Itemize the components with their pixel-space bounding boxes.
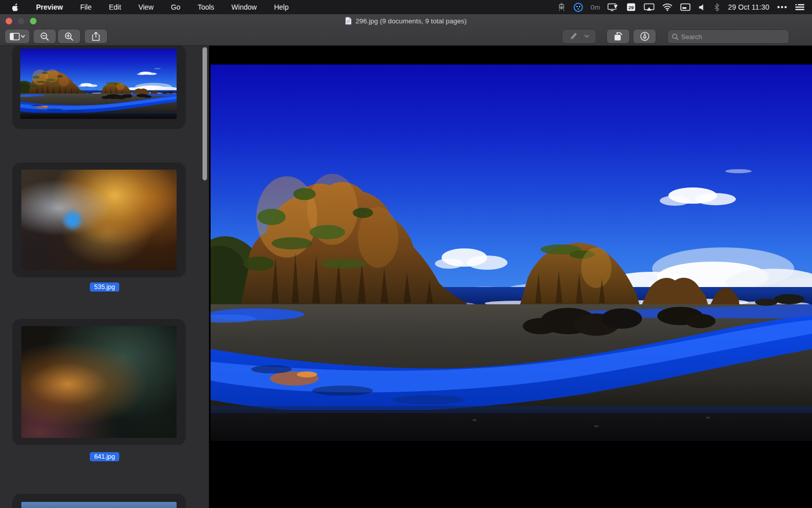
sidebar-item-partial[interactable] <box>12 494 186 508</box>
calendar-icon[interactable]: 29 <box>626 3 636 12</box>
list-icon[interactable] <box>795 4 805 11</box>
menu-bar: Preview File Edit View Go Tools Window H… <box>0 0 812 14</box>
menu-view[interactable]: View <box>139 3 154 11</box>
menu-clock[interactable]: 29 Oct 11:30 <box>728 3 769 11</box>
thumbnail-535-label[interactable]: 535.jpg <box>90 282 119 292</box>
screen-sharing-icon[interactable] <box>680 3 691 11</box>
markup-toolbar-icon <box>640 31 650 41</box>
thumbnail-296-image <box>20 49 177 119</box>
bluetooth-icon[interactable] <box>714 3 720 12</box>
menu-edit[interactable]: Edit <box>109 3 121 11</box>
timer-status[interactable]: 0m <box>591 4 600 11</box>
zoom-out-button[interactable] <box>33 29 56 43</box>
volume-icon[interactable] <box>698 4 706 11</box>
sidebar-toggle-button[interactable] <box>5 29 29 43</box>
search-icon <box>672 34 679 40</box>
thumbnail-641-label-row: 641.jpg <box>0 452 209 461</box>
tram-icon[interactable] <box>557 3 566 12</box>
thumbnail-535-label-row: 535.jpg <box>0 282 209 292</box>
sidebar-scrollbar[interactable] <box>202 47 207 180</box>
toolbar <box>0 29 812 45</box>
share-button[interactable] <box>85 29 107 43</box>
segment-divider <box>581 32 582 41</box>
thumbnail-641-image <box>21 326 177 438</box>
menu-go[interactable]: Go <box>171 3 181 11</box>
main-image-296 <box>211 65 812 441</box>
sidebar-item-296[interactable] <box>12 46 186 129</box>
menu-file[interactable]: File <box>80 3 92 11</box>
share-icon <box>92 31 100 41</box>
window-content: 296.jpg 535.jpg 641.jpg <box>0 46 812 508</box>
screen-mirroring-icon[interactable] <box>644 3 655 12</box>
apple-menu[interactable] <box>11 3 19 12</box>
thumbnail-641-label[interactable]: 641.jpg <box>90 452 119 461</box>
menu-preview[interactable]: Preview <box>36 3 63 11</box>
sidebar-toggle-icon <box>10 33 25 41</box>
preview-app-window: Preview File Edit View Go Tools Window H… <box>0 0 812 508</box>
thumbnail-sidebar: 296.jpg 535.jpg 641.jpg <box>0 46 209 508</box>
main-canvas <box>210 46 812 508</box>
zoom-in-button[interactable] <box>58 29 80 43</box>
search-input[interactable] <box>681 33 785 41</box>
more-icon[interactable] <box>777 6 787 9</box>
thumbnail-535-image <box>21 170 177 270</box>
apple-logo-icon <box>11 3 19 12</box>
calendar-day: 29 <box>629 5 634 10</box>
menu-window[interactable]: Window <box>231 3 257 11</box>
wifi-icon[interactable] <box>662 3 672 11</box>
markup-pen-button <box>562 29 596 43</box>
marker-icon <box>569 32 579 41</box>
search-field[interactable] <box>668 30 789 43</box>
chevron-down-icon <box>584 35 589 38</box>
rotate-left-button[interactable] <box>607 29 629 43</box>
markup-toolbar-button[interactable] <box>633 29 656 43</box>
window-chrome: 296.jpg (9 documents, 9 total pages) <box>0 14 812 46</box>
sidebar-item-641[interactable] <box>12 319 186 445</box>
sidebar-item-535[interactable] <box>12 163 186 277</box>
rotate-left-icon <box>613 31 623 41</box>
thumbnail-partial-image <box>21 502 177 508</box>
blue-app-icon[interactable] <box>573 3 583 12</box>
menu-help[interactable]: Help <box>274 3 289 11</box>
zoom-in-icon <box>64 32 74 41</box>
window-title: 296.jpg (9 documents, 9 total pages) <box>355 17 466 25</box>
document-icon <box>345 17 352 25</box>
zoom-out-icon <box>40 32 49 41</box>
menu-tools[interactable]: Tools <box>197 3 214 11</box>
sidecar-display-icon[interactable] <box>607 3 619 12</box>
title-bar: 296.jpg (9 documents, 9 total pages) <box>0 17 812 25</box>
